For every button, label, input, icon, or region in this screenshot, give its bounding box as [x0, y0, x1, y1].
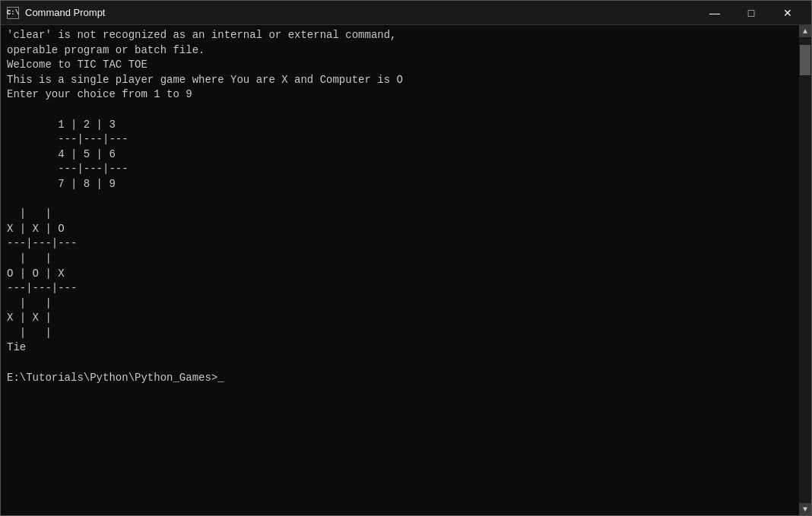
cmd-icon: C:\	[7, 7, 19, 19]
title-bar-left: C:\ Command Prompt	[7, 7, 105, 19]
title-bar: C:\ Command Prompt — □ ✕	[1, 1, 811, 25]
scroll-down-button[interactable]: ▼	[799, 503, 811, 515]
close-button[interactable]: ✕	[770, 2, 805, 24]
scrollbar[interactable]: ▲ ▼	[799, 25, 811, 515]
window-title: Command Prompt	[25, 7, 105, 18]
terminal-output[interactable]: 'clear' is not recognized as an internal…	[1, 25, 799, 515]
scroll-up-button[interactable]: ▲	[799, 25, 811, 37]
command-prompt-window: C:\ Command Prompt — □ ✕ 'clear' is not …	[0, 0, 812, 516]
minimize-button[interactable]: —	[697, 2, 732, 24]
scrollbar-thumb[interactable]	[800, 45, 810, 75]
scrollbar-track[interactable]	[799, 37, 811, 503]
title-bar-controls: — □ ✕	[697, 2, 805, 24]
maximize-button[interactable]: □	[734, 2, 769, 24]
terminal-body: 'clear' is not recognized as an internal…	[1, 25, 811, 515]
